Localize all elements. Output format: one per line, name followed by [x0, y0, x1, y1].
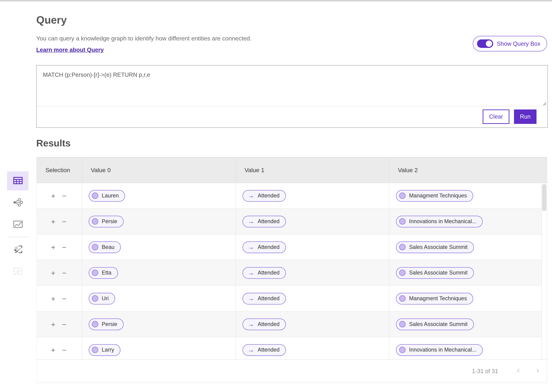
value1-cell: → Attended — [236, 260, 389, 285]
value0-cell: Lauren — [82, 183, 236, 208]
sidebar-item-map-network-view[interactable] — [7, 240, 28, 259]
page-description: You can query a knowledge graph to ident… — [36, 35, 252, 42]
column-header-value1: Value 1 — [235, 158, 389, 182]
add-selection-button[interactable]: + — [51, 295, 56, 302]
entity-node-icon — [92, 347, 98, 353]
query-actions: Clear Run — [37, 105, 547, 127]
relation-pill[interactable]: → Attended — [243, 293, 286, 304]
relation-pill[interactable]: → Attended — [243, 318, 286, 330]
remove-selection-button[interactable]: − — [62, 218, 66, 225]
table-scrollbar-thumb[interactable] — [542, 184, 546, 211]
add-selection-button[interactable]: + — [51, 321, 56, 328]
event-pill[interactable]: Sales Associate Summit — [396, 267, 474, 279]
remove-selection-button[interactable]: − — [62, 346, 66, 354]
query-input[interactable] — [37, 65, 547, 106]
sidebar-item-network-view[interactable] — [7, 193, 28, 212]
window-top-strip — [0, 0, 552, 1]
relation-arrow-icon: → — [248, 244, 254, 250]
value0-cell: Persie — [82, 311, 236, 337]
show-query-box-toggle[interactable]: Show Query Box — [473, 36, 547, 51]
entity-pill[interactable]: Lauren — [89, 190, 125, 202]
run-button[interactable]: Run — [514, 109, 537, 124]
results-title: Results — [36, 138, 70, 149]
event-node-icon — [399, 218, 405, 224]
sidebar-item-table-view[interactable] — [7, 171, 28, 190]
relation-arrow-icon: → — [248, 218, 254, 224]
entity-pill-label: Beau — [102, 244, 114, 250]
entity-pill-label: Etta — [102, 270, 112, 276]
selection-cell: + − — [37, 260, 82, 285]
pagination-range-label: 1-31 of 31 — [472, 368, 498, 374]
event-pill[interactable]: Managment Techniques — [396, 293, 473, 304]
relation-pill[interactable]: → Attended — [243, 216, 286, 227]
relation-pill[interactable]: → Attended — [243, 267, 286, 279]
value2-cell: Innovations in Mechanical... — [389, 209, 542, 234]
event-pill-label: Sales Associate Summit — [409, 244, 468, 250]
value0-cell: Uri — [82, 286, 236, 311]
value2-cell: Sales Associate Summit — [389, 260, 542, 285]
value2-cell: Sales Associate Summit — [389, 234, 542, 260]
view-switcher-rail — [7, 171, 28, 284]
relation-pill-label: Attended — [258, 321, 279, 327]
add-selection-button[interactable]: + — [51, 269, 56, 276]
table-row: + − Uri → Attended Managment Techniques — [37, 286, 542, 312]
toggle-knob — [486, 40, 492, 47]
remove-selection-button[interactable]: − — [62, 295, 66, 302]
value0-cell: Persie — [82, 209, 236, 234]
table-scrollbar-track[interactable] — [541, 183, 547, 359]
event-pill-label: Sales Associate Summit — [409, 270, 468, 276]
remove-selection-button[interactable]: − — [62, 269, 66, 276]
clear-button[interactable]: Clear — [483, 109, 510, 124]
column-header-selection: Selection — [37, 158, 82, 182]
pagination-next-button[interactable] — [533, 366, 542, 376]
entity-pill[interactable]: Etta — [89, 267, 118, 279]
relation-pill[interactable]: → Attended — [243, 241, 286, 253]
selection-cell: + − — [37, 311, 82, 337]
event-node-icon — [399, 347, 405, 353]
value1-cell: → Attended — [236, 286, 389, 311]
relation-arrow-icon: → — [248, 270, 254, 276]
remove-selection-button[interactable]: − — [62, 192, 66, 199]
pagination-prev-button[interactable] — [514, 366, 524, 376]
table-view-icon — [13, 176, 23, 185]
relation-pill[interactable]: → Attended — [243, 344, 286, 356]
event-node-icon — [399, 193, 405, 199]
entity-pill[interactable]: Persie — [89, 318, 124, 330]
value1-cell: → Attended — [236, 337, 389, 359]
add-selection-button[interactable]: + — [51, 243, 56, 251]
event-pill-label: Sales Associate Summit — [409, 321, 468, 327]
event-pill[interactable]: Innovations in Mechanical... — [396, 216, 483, 227]
event-pill[interactable]: Sales Associate Summit — [396, 318, 474, 330]
entity-pill[interactable]: Uri — [89, 293, 115, 304]
selection-cell: + − — [37, 183, 82, 208]
entity-node-icon — [92, 244, 98, 250]
entity-pill[interactable]: Larry — [89, 344, 120, 356]
sidebar-item-selection-view — [7, 262, 28, 281]
add-selection-button[interactable]: + — [51, 218, 56, 225]
relation-arrow-icon: → — [248, 295, 254, 302]
relation-pill-label: Attended — [258, 193, 279, 199]
learn-more-link[interactable]: Learn more about Query — [36, 47, 104, 53]
value0-cell: Etta — [82, 260, 236, 285]
relation-pill-label: Attended — [258, 244, 279, 250]
event-pill[interactable]: Sales Associate Summit — [396, 241, 474, 253]
add-selection-button[interactable]: + — [51, 192, 56, 199]
entity-node-icon — [92, 270, 98, 276]
entity-pill[interactable]: Beau — [89, 241, 121, 253]
entity-pill[interactable]: Persie — [89, 216, 124, 227]
event-pill[interactable]: Innovations in Mechanical... — [396, 344, 483, 356]
column-header-value0: Value 0 — [82, 158, 235, 182]
entity-pill-label: Uri — [102, 295, 109, 302]
add-selection-button[interactable]: + — [51, 346, 56, 354]
event-pill[interactable]: Managment Techniques — [396, 190, 473, 202]
toggle-switch-icon[interactable] — [477, 39, 493, 48]
remove-selection-button[interactable]: − — [62, 243, 66, 251]
sidebar-item-chart-view[interactable] — [7, 215, 28, 234]
query-page: Query You can query a knowledge graph to… — [0, 0, 552, 392]
relation-pill[interactable]: → Attended — [243, 190, 286, 202]
relation-arrow-icon: → — [248, 193, 254, 199]
remove-selection-button[interactable]: − — [62, 321, 66, 328]
event-node-icon — [399, 270, 405, 276]
value1-cell: → Attended — [236, 234, 389, 260]
column-header-value2: Value 2 — [389, 158, 547, 182]
